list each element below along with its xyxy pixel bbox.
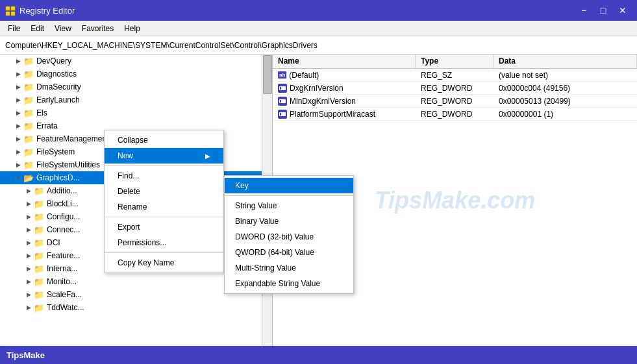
tree-label: Connec... [47, 225, 80, 234]
sub-context-menu[interactable]: Key String Value Binary Value DWORD (32-… [224, 175, 354, 294]
tree-label: Diagnostics [36, 69, 77, 79]
ctx-find[interactable]: Find... [105, 168, 223, 184]
folder-icon: 📁 [34, 290, 44, 300]
expand-arrow: ▶ [23, 239, 34, 246]
sub-ctx-binary-value-label: Binary Value [235, 217, 279, 226]
folder-icon: 📁 [23, 147, 34, 157]
svg-rect-0 [6, 6, 10, 10]
tree-item-earlylaunch[interactable]: ▶ 📁 EarlyLaunch [0, 93, 272, 106]
value-row-platform[interactable]: PlatformSupportMiracast REG_DWORD 0x0000… [273, 108, 637, 121]
ctx-permissions[interactable]: Permissions... [105, 235, 223, 250]
ctx-submenu-arrow: ▶ [205, 152, 210, 160]
menu-file[interactable]: File [3, 22, 25, 35]
ctx-new-label: New [118, 151, 133, 160]
folder-icon: 📁 [34, 251, 44, 261]
expand-arrow: ▶ [23, 226, 34, 233]
value-row-default[interactable]: ab (Default) REG_SZ (value not set) [273, 69, 637, 82]
expand-arrow: ▶ [13, 136, 23, 142]
value-type-default: REG_SZ [416, 69, 493, 81]
value-name-platform: PlatformSupportMiracast [273, 108, 416, 120]
menu-view[interactable]: View [49, 22, 77, 35]
menu-favorites[interactable]: Favorites [77, 22, 119, 35]
ctx-permissions-label: Permissions... [118, 238, 166, 247]
value-data-default: (value not set) [493, 69, 637, 81]
folder-icon: 📁 [34, 277, 44, 287]
sub-ctx-dword-value[interactable]: DWORD (32-bit) Value [225, 229, 353, 245]
ctx-delete[interactable]: Delete [105, 184, 223, 199]
value-data-platform: 0x00000001 (1) [493, 108, 637, 120]
ctx-copy-key-name[interactable]: Copy Key Name [105, 255, 223, 271]
expand-arrow: ▶ [23, 188, 34, 194]
ctx-separator-2 [105, 217, 223, 217]
tree-item-tddwatch[interactable]: ▶ 📁 TddWatc... [0, 301, 272, 314]
sub-ctx-qword-value[interactable]: QWORD (64-bit) Value [225, 245, 353, 260]
value-name-dxg: DxgKrnlVersion [273, 82, 416, 94]
tree-label: ScaleFa... [47, 290, 82, 299]
tree-label: EarlyLaunch [36, 95, 80, 104]
tree-item-els[interactable]: ▶ 📁 Els [0, 106, 272, 119]
expand-arrow: ▶ [23, 304, 34, 311]
title-controls: − □ ✕ [575, 3, 632, 18]
svg-rect-7 [280, 100, 281, 103]
folder-icon-open: 📂 [23, 173, 34, 183]
value-type-mindxg: REG_DWORD [416, 95, 493, 107]
sub-ctx-binary-value[interactable]: Binary Value [225, 213, 353, 229]
value-data-mindxg: 0x00005013 (20499) [493, 95, 637, 107]
value-name-mindxg: MinDxgKrnlVersion [273, 95, 416, 107]
sub-ctx-multistring-value[interactable]: Multi-String Value [225, 260, 353, 276]
tree-label: Monito... [47, 277, 77, 286]
expand-arrow: ▼ [13, 175, 23, 181]
sub-ctx-expandable-string-value[interactable]: Expandable String Value [225, 276, 353, 291]
tree-label: Interna... [47, 264, 77, 273]
sub-ctx-multistring-value-label: Multi-String Value [235, 263, 296, 273]
ctx-delete-label: Delete [118, 187, 140, 196]
menu-edit[interactable]: Edit [25, 22, 49, 35]
folder-icon: 📁 [34, 186, 44, 196]
values-header: Name Type Data [273, 55, 637, 69]
svg-rect-5 [280, 87, 281, 90]
app-icon [5, 5, 16, 16]
expand-arrow: ▶ [23, 291, 34, 298]
folder-icon: 📁 [23, 108, 34, 118]
ctx-collapse-label: Collapse [118, 136, 148, 145]
maximize-button[interactable]: □ [594, 3, 612, 18]
reg-icon-dw [278, 84, 287, 93]
tree-label: Errata [36, 121, 58, 130]
value-row-dxg[interactable]: DxgKrnlVersion REG_DWORD 0x0000c004 (491… [273, 82, 637, 95]
address-path: Computer\HKEY_LOCAL_MACHINE\SYSTEM\Curre… [5, 41, 318, 50]
folder-icon: 📁 [23, 95, 34, 105]
folder-icon: 📁 [23, 56, 34, 66]
tree-item-diagnostics[interactable]: ▶ 📁 Diagnostics [0, 67, 272, 80]
context-menu[interactable]: Collapse New ▶ Find... Delete Rename Exp… [104, 130, 224, 273]
ctx-export[interactable]: Export [105, 219, 223, 235]
expand-arrow: ▶ [23, 278, 34, 285]
value-type-platform: REG_DWORD [416, 108, 493, 120]
sub-ctx-expandable-string-value-label: Expandable String Value [235, 279, 320, 288]
folder-icon: 📁 [34, 225, 44, 235]
tree-label: GraphicsD... [36, 173, 80, 182]
tree-label: DevQuery [36, 56, 71, 66]
sub-ctx-key[interactable]: Key [225, 178, 353, 193]
ctx-collapse[interactable]: Collapse [105, 132, 223, 148]
close-button[interactable]: ✕ [614, 3, 632, 18]
expand-arrow: ▶ [13, 149, 23, 155]
tree-label: Configu... [47, 212, 80, 221]
value-name-default: ab (Default) [273, 69, 416, 81]
minimize-button[interactable]: − [575, 3, 593, 18]
status-label: TipsMake [6, 350, 45, 360]
sub-ctx-string-value[interactable]: String Value [225, 198, 353, 213]
expand-arrow: ▶ [13, 58, 23, 64]
ctx-export-label: Export [118, 223, 140, 232]
menu-help[interactable]: Help [119, 22, 145, 35]
tree-item-devquery[interactable]: ▶ 📁 DevQuery [0, 55, 272, 67]
tree-item-dmasecurity[interactable]: ▶ 📁 DmaSecurity [0, 80, 272, 93]
svg-rect-3 [11, 12, 15, 16]
ctx-new[interactable]: New ▶ [105, 148, 223, 164]
scrollbar-thumb[interactable] [263, 55, 272, 94]
value-row-mindxg[interactable]: MinDxgKrnlVersion REG_DWORD 0x00005013 (… [273, 95, 637, 108]
col-header-name: Name [273, 55, 416, 68]
reg-icon-dw [278, 97, 287, 106]
ctx-rename[interactable]: Rename [105, 199, 223, 215]
menu-bar: File Edit View Favorites Help [0, 21, 637, 36]
tree-label: FileSystemUtilities [36, 160, 100, 169]
